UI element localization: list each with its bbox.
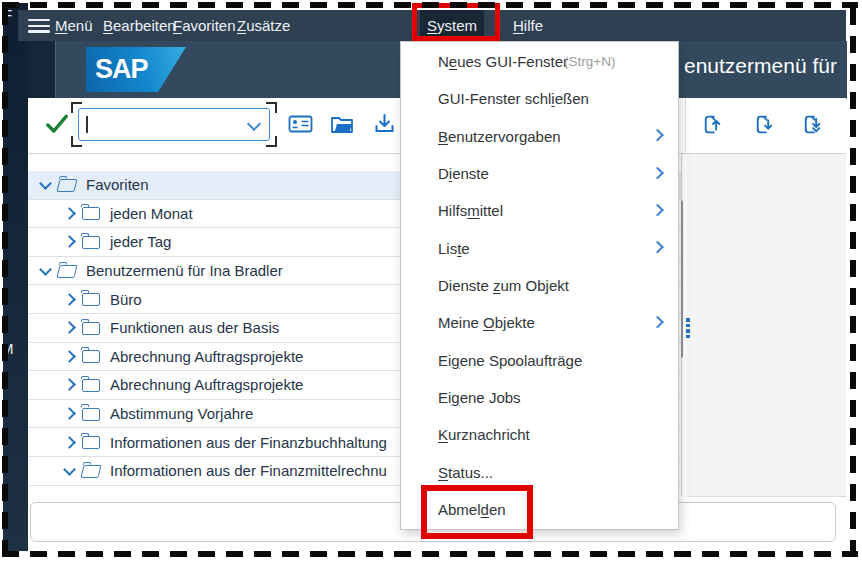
command-input[interactable] xyxy=(78,108,270,141)
submenu-arrow-icon xyxy=(651,129,664,142)
menu-item-liste[interactable]: Liste xyxy=(401,230,678,267)
menu-item-gui-fenster-schliessen[interactable]: GUI-Fenster schließen xyxy=(401,80,678,117)
folder-closed-icon xyxy=(80,378,106,392)
menu-item-benutzervorgaben[interactable]: Benutzervorgaben xyxy=(401,118,678,155)
menu-item-dienste[interactable]: Dienste xyxy=(401,155,678,192)
menu-item-eigene-jobs[interactable]: Eigene Jobs xyxy=(401,379,678,416)
chevron-right-icon[interactable] xyxy=(58,323,80,332)
dashed-border-right xyxy=(850,2,856,557)
chevron-right-icon[interactable] xyxy=(58,295,80,304)
detail-panel xyxy=(687,153,846,497)
splitter-grip[interactable] xyxy=(686,318,690,340)
screenshot-stage: F M Menü Bearbeiten Favoriten Zusätze Sy… xyxy=(0,0,862,561)
menu-item-kurznachricht[interactable]: Kurznachricht xyxy=(401,416,678,453)
window-title-partial: enutzermenü für xyxy=(684,54,837,78)
menu-item-status[interactable]: Status... xyxy=(401,453,678,490)
menu-item-neues-gui-fenster[interactable]: Neues GUI-Fenster (Strg+N) xyxy=(401,43,678,80)
menu-item-eigene-spoolauftraege[interactable]: Eigene Spoolaufträge xyxy=(401,342,678,379)
chevron-right-icon[interactable] xyxy=(58,409,80,418)
chevron-right-icon[interactable] xyxy=(58,438,80,447)
header-left-gap xyxy=(28,41,55,98)
command-field-wrap xyxy=(78,108,270,141)
folder-closed-icon xyxy=(80,435,106,449)
folder-closed-icon xyxy=(80,206,106,220)
folder-closed-icon xyxy=(80,407,106,421)
submenu-arrow-icon xyxy=(651,204,664,217)
menubar-item-system[interactable]: System xyxy=(420,10,484,41)
background-window-strip xyxy=(3,3,28,551)
toolbar-separator xyxy=(685,98,686,152)
menubar-item-menue[interactable]: Menü xyxy=(48,10,100,41)
folder-open-icon xyxy=(80,464,106,478)
chevron-right-icon[interactable] xyxy=(58,237,80,246)
chevron-down-icon[interactable] xyxy=(34,268,56,274)
page-down-icon[interactable] xyxy=(752,113,775,136)
dashed-border-bottom xyxy=(2,551,858,557)
chevron-down-icon[interactable] xyxy=(58,468,80,474)
folder-closed-icon xyxy=(80,321,106,335)
hamburger-icon[interactable] xyxy=(28,19,50,33)
background-letter-m: M xyxy=(1,340,14,357)
shortcut-label: (Strg+N) xyxy=(564,54,615,69)
submenu-arrow-icon xyxy=(651,316,664,329)
menu-bar: Menü Bearbeiten Favoriten Zusätze System… xyxy=(18,10,846,41)
menubar-item-zusaetze[interactable]: Zusätze xyxy=(230,10,297,41)
save-icon[interactable] xyxy=(372,113,397,135)
system-menu-dropdown: Neues GUI-Fenster (Strg+N) GUI-Fenster s… xyxy=(400,41,679,530)
check-icon[interactable] xyxy=(44,111,70,137)
chevron-right-icon[interactable] xyxy=(58,352,80,361)
folder-icon[interactable] xyxy=(330,113,355,135)
submenu-arrow-icon xyxy=(651,241,664,254)
text-cursor xyxy=(86,116,88,133)
menu-item-hilfsmittel[interactable]: Hilfsmittel xyxy=(401,192,678,229)
chevron-right-icon[interactable] xyxy=(58,209,80,218)
menubar-item-hilfe[interactable]: Hilfe xyxy=(506,10,550,41)
submenu-arrow-icon xyxy=(651,166,664,179)
menu-item-meine-objekte[interactable]: Meine Objekte xyxy=(401,304,678,341)
menu-item-abmelden[interactable]: Abmelden xyxy=(401,491,678,528)
sap-logo: SAP xyxy=(86,47,186,92)
page-end-icon[interactable] xyxy=(800,113,823,136)
dashed-border-top xyxy=(2,2,858,8)
background-letter-f: F xyxy=(3,6,12,23)
user-card-icon[interactable] xyxy=(288,113,313,135)
folder-closed-icon xyxy=(80,292,106,306)
folder-closed-icon xyxy=(80,349,106,363)
chevron-down-icon[interactable] xyxy=(34,182,56,188)
menu-item-dienste-zum-objekt[interactable]: Dienste zum Objekt xyxy=(401,267,678,304)
folder-closed-icon xyxy=(80,235,106,249)
page-up-icon[interactable] xyxy=(700,113,723,136)
folder-open-icon xyxy=(56,264,82,278)
chevron-right-icon[interactable] xyxy=(58,380,80,389)
folder-open-icon xyxy=(56,178,82,192)
